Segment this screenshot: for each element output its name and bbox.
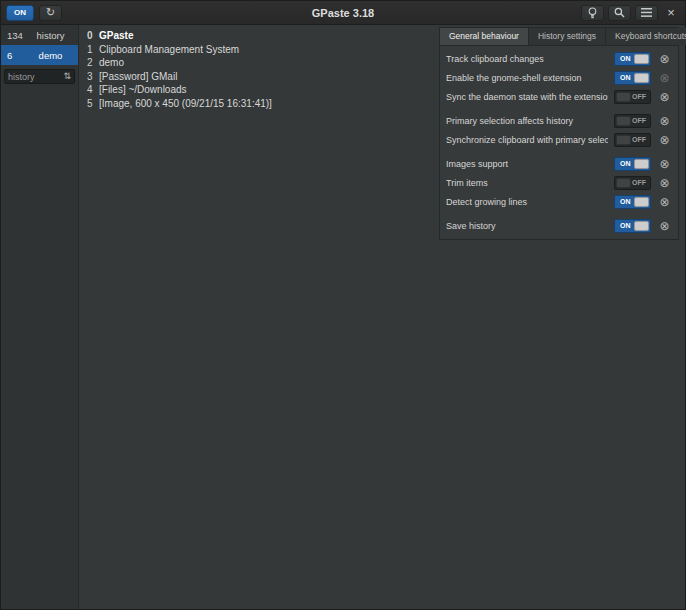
switch-state-label: ON (615, 74, 631, 81)
setting-label: Primary selection affects history (446, 116, 608, 126)
clipboard-item-text: [Files] ~/Downloads (99, 83, 187, 97)
history-item-name: history (29, 30, 72, 41)
settings-row: Enable the gnome-shell extensionON⊗ (440, 68, 678, 87)
toggle-switch[interactable]: OFF (614, 90, 651, 104)
switch-state-label: OFF (632, 117, 650, 124)
switch-knob (634, 197, 649, 207)
search-icon (614, 7, 625, 18)
switch-knob (616, 116, 631, 126)
settings-row: Images supportON⊗ (440, 154, 678, 173)
clipboard-item-text: GPaste (99, 29, 133, 43)
reset-setting-button[interactable]: ⊗ (657, 70, 672, 85)
settings-row: Sync the daemon state with the extension… (440, 87, 678, 106)
switch-knob (634, 159, 649, 169)
refresh-icon: ↻ (46, 7, 55, 18)
setting-label: Enable the gnome-shell extension (446, 73, 608, 83)
history-item-name: demo (29, 50, 72, 61)
setting-label: Images support (446, 159, 608, 169)
sidebar: 134history6demo ⇅ (1, 25, 79, 609)
toggle-switch[interactable]: OFF (614, 114, 651, 128)
clipboard-item-index: 5 (87, 97, 93, 111)
headerbar-left: ON ↻ (6, 5, 62, 21)
reset-setting-button[interactable]: ⊗ (657, 51, 672, 66)
switch-state-label: ON (615, 198, 631, 205)
settings-row: Track clipboard changesON⊗ (440, 49, 678, 68)
clipboard-item-text: [Image, 600 x 450 (09/21/15 16:31:41)] (99, 97, 272, 111)
switch-state-label: ON (615, 160, 631, 167)
clipboard-item-text: demo (99, 56, 124, 70)
switch-knob (634, 73, 649, 83)
hamburger-menu-icon (641, 8, 652, 17)
lightbulb-icon (588, 7, 597, 19)
switch-state-label: ON (615, 55, 631, 62)
history-list-item[interactable]: 134history (1, 25, 78, 45)
reset-setting-button[interactable]: ⊗ (657, 175, 672, 190)
switch-state-label: OFF (632, 179, 650, 186)
toggle-switch[interactable]: ON (614, 71, 651, 85)
history-search-input[interactable] (8, 72, 63, 82)
settings-tabs: General behaviourHistory settingsKeyboar… (440, 28, 678, 46)
toggle-switch[interactable]: ON (614, 195, 651, 209)
clipboard-item-index: 3 (87, 70, 93, 84)
switch-knob (634, 221, 649, 231)
daemon-power-toggle-button[interactable]: ON (6, 5, 34, 21)
menu-button[interactable] (635, 5, 658, 21)
history-list: 134history6demo (1, 25, 78, 65)
settings-group: Track clipboard changesON⊗Enable the gno… (440, 49, 678, 106)
switch-knob (616, 135, 631, 145)
toggle-switch[interactable]: ON (614, 52, 651, 66)
switch-state-label: OFF (632, 136, 650, 143)
settings-rows: Track clipboard changesON⊗Enable the gno… (440, 46, 678, 239)
settings-row: Synchronize clipboard with primary selec… (440, 130, 678, 149)
setting-label: Trim items (446, 178, 608, 188)
settings-group: Primary selection affects historyOFF⊗Syn… (440, 111, 678, 149)
tab-general-behaviour[interactable]: General behaviour (440, 28, 529, 45)
about-button[interactable] (581, 5, 604, 21)
setting-label: Detect growing lines (446, 197, 608, 207)
headerbar-right: × (581, 4, 680, 22)
reset-setting-button[interactable]: ⊗ (657, 194, 672, 209)
toggle-switch[interactable]: ON (614, 157, 651, 171)
settings-group: Save historyON⊗ (440, 216, 678, 235)
settings-row: Trim itemsOFF⊗ (440, 173, 678, 192)
switch-knob (616, 92, 631, 102)
settings-row: Save historyON⊗ (440, 216, 678, 235)
tab-history-settings[interactable]: History settings (529, 28, 606, 45)
setting-label: Sync the daemon state with the extension… (446, 92, 608, 102)
search-button[interactable] (608, 5, 631, 21)
close-window-button[interactable]: × (662, 4, 680, 22)
close-icon: × (667, 6, 675, 19)
tab-keyboard-shortcuts[interactable]: Keyboard shortcuts (606, 28, 686, 45)
history-item-count: 6 (7, 50, 29, 61)
switch-state-label: OFF (632, 93, 650, 100)
main-area: 0GPaste1Clipboard Management System2demo… (79, 25, 685, 609)
clipboard-item-text: Clipboard Management System (99, 43, 239, 57)
switch-knob (616, 178, 631, 188)
setting-label: Save history (446, 221, 608, 231)
clipboard-item-index: 1 (87, 43, 93, 57)
toggle-switch[interactable]: ON (614, 219, 651, 233)
setting-label: Synchronize clipboard with primary selec… (446, 135, 608, 145)
toggle-switch[interactable]: OFF (614, 176, 651, 190)
refresh-button[interactable]: ↻ (39, 5, 62, 21)
toggle-switch[interactable]: OFF (614, 133, 651, 147)
history-search: ⇅ (4, 69, 75, 84)
history-item-count: 134 (7, 30, 29, 41)
history-list-item[interactable]: 6demo (1, 45, 78, 65)
clipboard-item-text: [Password] GMail (99, 70, 177, 84)
settings-row: Primary selection affects historyOFF⊗ (440, 111, 678, 130)
settings-panel: General behaviourHistory settingsKeyboar… (439, 27, 679, 240)
reset-setting-button[interactable]: ⊗ (657, 156, 672, 171)
reset-setting-button[interactable]: ⊗ (657, 89, 672, 104)
reset-setting-button[interactable]: ⊗ (657, 113, 672, 128)
settings-row: Detect growing linesON⊗ (440, 192, 678, 211)
switch-knob (634, 54, 649, 64)
gpaste-window: ON ↻ GPaste 3.18 (0, 0, 686, 610)
clipboard-item-index: 2 (87, 56, 93, 70)
reset-setting-button[interactable]: ⊗ (657, 218, 672, 233)
reset-setting-button[interactable]: ⊗ (657, 132, 672, 147)
switch-history-icon[interactable]: ⇅ (63, 72, 71, 81)
switch-state-label: ON (615, 222, 631, 229)
clipboard-item-index: 4 (87, 83, 93, 97)
settings-group: Images supportON⊗Trim itemsOFF⊗Detect gr… (440, 154, 678, 211)
